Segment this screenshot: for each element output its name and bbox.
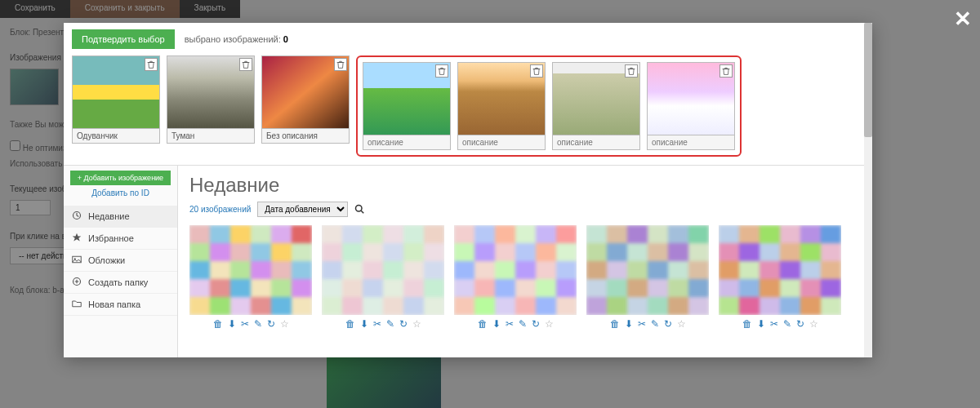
- download-icon[interactable]: ⬇: [492, 318, 501, 330]
- selected-count: выбрано изображений: 0: [185, 34, 288, 44]
- folder-icon: [72, 299, 82, 310]
- refresh-icon[interactable]: ↻: [399, 318, 408, 330]
- trash-icon[interactable]: [435, 64, 448, 78]
- refresh-icon[interactable]: ↻: [796, 318, 804, 330]
- cut-icon[interactable]: ✂: [506, 318, 514, 330]
- action-row: 🗑 ⬇ ✂ ✎ ↻ ☆: [189, 315, 312, 333]
- edit-icon[interactable]: ✎: [386, 318, 394, 330]
- search-icon[interactable]: [354, 202, 364, 217]
- edit-icon[interactable]: ✎: [519, 318, 527, 330]
- sidebar-item-clock[interactable]: Недавние: [64, 206, 177, 228]
- star-icon[interactable]: ☆: [677, 318, 686, 330]
- grid-card[interactable]: 🗑 ⬇ ✂ ✎ ↻ ☆: [322, 225, 444, 333]
- refresh-icon[interactable]: ↻: [267, 318, 275, 330]
- download-icon[interactable]: ⬇: [228, 318, 236, 330]
- main-area: Недавние 20 изображений Дата добавления …: [178, 166, 872, 357]
- sidebar-item-star[interactable]: Избранное: [64, 228, 177, 250]
- thumb-image[interactable]: [167, 55, 255, 129]
- star-icon: [72, 233, 82, 244]
- trash-icon[interactable]: 🗑: [213, 318, 223, 330]
- new-images-highlight: [356, 55, 742, 157]
- sidebar-item-image[interactable]: Обложки: [64, 250, 177, 272]
- star-icon[interactable]: ☆: [545, 318, 554, 330]
- trash-icon[interactable]: [239, 58, 252, 71]
- sidebar-item-folder[interactable]: Новая папка: [64, 294, 177, 316]
- clock-icon: [72, 211, 82, 222]
- sort-select[interactable]: Дата добавления: [257, 202, 348, 217]
- cut-icon[interactable]: ✂: [373, 318, 381, 330]
- caption-input[interactable]: [557, 138, 635, 147]
- sidebar-item-plus[interactable]: Создать папку: [64, 272, 177, 294]
- thumb-image[interactable]: [647, 62, 735, 135]
- svg-point-4: [356, 205, 363, 211]
- plus-icon: [72, 277, 82, 288]
- confirm-button[interactable]: Подтвердить выбор: [72, 29, 175, 49]
- caption-input[interactable]: [462, 138, 541, 147]
- cut-icon[interactable]: ✂: [638, 318, 646, 330]
- modal-scrollbar[interactable]: [864, 23, 872, 357]
- sidebar-item-label: Создать папку: [88, 277, 148, 287]
- page-title: Недавние: [189, 174, 861, 197]
- edit-icon[interactable]: ✎: [254, 318, 262, 330]
- grid-image[interactable]: [586, 225, 709, 315]
- thumb-caption: Без описания: [261, 129, 350, 144]
- star-icon[interactable]: ☆: [809, 318, 818, 330]
- edit-icon[interactable]: ✎: [783, 318, 791, 330]
- close-icon[interactable]: ✕: [954, 7, 972, 32]
- thumb-image[interactable]: [261, 55, 350, 129]
- cut-icon[interactable]: ✂: [770, 318, 778, 330]
- trash-icon[interactable]: [334, 58, 347, 71]
- grid-image[interactable]: [189, 225, 312, 315]
- thumb-caption: Одуванчик: [72, 129, 160, 144]
- trash-icon[interactable]: 🗑: [345, 318, 355, 330]
- thumb-card[interactable]: [363, 62, 451, 150]
- image-picker-modal: Подтвердить выбор выбрано изображений: 0…: [64, 23, 872, 357]
- trash-icon[interactable]: [145, 58, 158, 71]
- add-image-button[interactable]: + Добавить изображение: [70, 171, 171, 185]
- action-row: 🗑 ⬇ ✂ ✎ ↻ ☆: [454, 315, 577, 333]
- download-icon[interactable]: ⬇: [625, 318, 633, 330]
- star-icon[interactable]: ☆: [412, 318, 421, 330]
- thumb-card[interactable]: Одуванчик: [72, 55, 160, 157]
- svg-line-5: [362, 211, 364, 213]
- trash-icon[interactable]: 🗑: [610, 318, 620, 330]
- download-icon[interactable]: ⬇: [757, 318, 765, 330]
- thumb-card[interactable]: Туман: [167, 55, 255, 157]
- star-icon[interactable]: ☆: [280, 318, 289, 330]
- grid-image[interactable]: [719, 225, 841, 315]
- sidebar: + Добавить изображение Добавить по ID Не…: [64, 166, 178, 357]
- thumb-image[interactable]: [363, 62, 451, 135]
- thumb-image[interactable]: [552, 62, 640, 135]
- grid-card[interactable]: 🗑 ⬇ ✂ ✎ ↻ ☆: [586, 225, 709, 333]
- thumb-card[interactable]: [457, 62, 546, 150]
- download-icon[interactable]: ⬇: [360, 318, 368, 330]
- refresh-icon[interactable]: ↻: [532, 318, 540, 330]
- thumb-image[interactable]: [72, 55, 160, 129]
- image-count[interactable]: 20 изображений: [189, 205, 251, 214]
- refresh-icon[interactable]: ↻: [664, 318, 672, 330]
- thumb-card[interactable]: Без описания: [261, 55, 350, 157]
- grid-image[interactable]: [322, 225, 444, 315]
- trash-icon[interactable]: [719, 64, 733, 78]
- sidebar-item-label: Обложки: [88, 255, 125, 265]
- trash-icon[interactable]: [625, 64, 638, 78]
- grid-image[interactable]: [454, 225, 577, 315]
- sidebar-item-label: Новая папка: [88, 299, 140, 309]
- grid-card[interactable]: 🗑 ⬇ ✂ ✎ ↻ ☆: [454, 225, 577, 333]
- edit-icon[interactable]: ✎: [651, 318, 659, 330]
- grid-card[interactable]: 🗑 ⬇ ✂ ✎ ↻ ☆: [719, 225, 841, 333]
- thumb-card[interactable]: [647, 62, 735, 150]
- thumb-card[interactable]: [552, 62, 640, 150]
- trash-icon[interactable]: 🗑: [478, 318, 488, 330]
- thumb-caption: Туман: [167, 129, 255, 144]
- trash-icon[interactable]: [530, 64, 543, 78]
- caption-input[interactable]: [368, 138, 446, 147]
- cut-icon[interactable]: ✂: [241, 318, 249, 330]
- add-by-id-link[interactable]: Добавить по ID: [64, 188, 177, 197]
- image-icon: [72, 255, 82, 266]
- action-row: 🗑 ⬇ ✂ ✎ ↻ ☆: [322, 315, 444, 333]
- grid-card[interactable]: 🗑 ⬇ ✂ ✎ ↻ ☆: [189, 225, 312, 333]
- thumb-image[interactable]: [457, 62, 546, 135]
- trash-icon[interactable]: 🗑: [742, 318, 752, 330]
- caption-input[interactable]: [652, 138, 730, 147]
